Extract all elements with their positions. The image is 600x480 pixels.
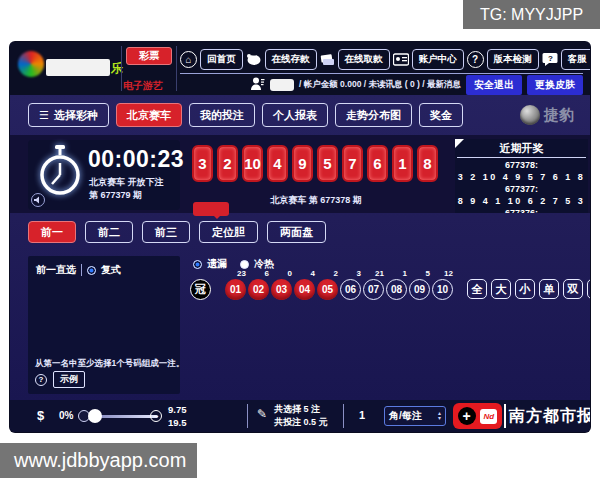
bet-mode-panel: 前一直选 复式 从第一名中至少选择1个号码组成一注。 ? 示例 (28, 256, 180, 394)
miss-value: 1 (403, 269, 407, 279)
home-icon[interactable]: ⌂ (180, 51, 197, 68)
sound-toggle-icon[interactable] (31, 193, 45, 207)
row-label-cell: 冠 (189, 269, 212, 300)
brand-name: 捷豹 (544, 106, 574, 125)
tab-position[interactable]: 定位胆 (199, 221, 258, 243)
game-beijing-racing-button[interactable]: 北京赛车 (116, 103, 182, 127)
quick-all-button[interactable]: 全 (467, 279, 487, 299)
help-circle-icon[interactable]: ? (35, 374, 47, 386)
pick-ball-01[interactable]: 01 (225, 279, 246, 300)
pick-ball-08[interactable]: 08 (386, 279, 407, 300)
pick-ball-09[interactable]: 09 (409, 279, 430, 300)
my-bets-button[interactable]: 我的投注 (189, 103, 255, 127)
pick-ball-03[interactable]: 03 (271, 279, 292, 300)
result-ball: 3 (192, 145, 213, 182)
unit-select[interactable]: 角/每注 ▴▾ (384, 406, 446, 426)
odds-bottom: 19.5 (168, 416, 187, 429)
pick-ball-04[interactable]: 04 (294, 279, 315, 300)
result-caption: 北京赛车 第 677378 期 (192, 194, 440, 207)
pick-ball-02[interactable]: 02 (248, 279, 269, 300)
tooltip-bubble (193, 202, 229, 216)
countdown-timer: 00:00:23 (88, 146, 184, 173)
prize-button[interactable]: 奖金 (419, 103, 463, 127)
nav-home-button[interactable]: 回首页 (200, 49, 243, 70)
miss-value: 12 (444, 269, 453, 279)
nav-account-button[interactable]: 账户中心 (412, 49, 464, 70)
result-ball: 5 (317, 145, 338, 182)
pencil-icon: ✎ (257, 407, 267, 421)
nav-deposit-button[interactable]: 在线存款 (265, 49, 317, 70)
miss-value: 5 (426, 269, 430, 279)
quick-clear-button[interactable]: 清 (587, 279, 590, 299)
plus-icon: + (458, 407, 476, 425)
bet-footer-bar: $ 0% − 9.75 19.5 ✎ 共选择 5 注 共投注 0.5 元 1 角… (10, 400, 590, 432)
tab-lottery[interactable]: 彩票 (126, 47, 172, 65)
tab-first-two[interactable]: 前二 (85, 221, 133, 243)
quick-even-button[interactable]: 双 (563, 279, 583, 299)
mode-radio-icon[interactable] (87, 266, 96, 275)
rebate-slider-handle[interactable] (88, 409, 102, 423)
selected-count: 共选择 5 注 (274, 403, 328, 416)
multiplier-value[interactable]: 1 (359, 409, 365, 421)
nav-service-button[interactable]: 客服 (561, 49, 591, 70)
select-lottery-button[interactable]: ☰ 选择彩种 (28, 103, 109, 127)
account-info: / 帐户金额 0.000 / 未读讯息 ( 0 ) / 最新消息 (299, 79, 461, 91)
bet-summary: 共选择 5 注 共投注 0.5 元 (274, 403, 328, 429)
unit-select-value: 角/每注 (389, 409, 422, 423)
miss-value: 4 (311, 269, 315, 279)
user-info-bar: / 帐户金额 0.000 / 未读讯息 ( 0 ) / 最新消息 安全退出 更换… (250, 77, 583, 93)
quick-small-button[interactable]: 小 (515, 279, 535, 299)
recent-draws-title: 近期开奖 (457, 139, 586, 158)
tab-two-sides[interactable]: 两面盘 (267, 221, 326, 243)
game-nav: ☰ 选择彩种 北京赛车 我的投注 个人报表 走势分布图 奖金 (28, 103, 463, 127)
pick-ball-10[interactable]: 10 (432, 279, 453, 300)
personal-report-button[interactable]: 个人报表 (262, 103, 328, 127)
brand-logo: 捷豹 (520, 105, 574, 125)
miss-value: 0 (288, 269, 292, 279)
divider (81, 264, 82, 276)
stopwatch-icon (33, 143, 87, 201)
miss-value: 21 (375, 269, 384, 279)
rebate-percent: 0% (59, 410, 73, 421)
hotcold-radio-icon[interactable] (240, 260, 249, 269)
tab-first-three[interactable]: 前三 (142, 221, 190, 243)
nav-version-button[interactable]: 版本检测 (487, 49, 539, 70)
add-bet-button[interactable]: + Nd (453, 403, 502, 429)
result-ball: 4 (267, 145, 288, 182)
recent-numbers: 8 9 4 1 10 6 2 7 5 3 (455, 195, 588, 207)
result-ball: 1 (392, 145, 413, 182)
number-picker-row: 冠 2301 602 003 404 205 306 2107 108 509 … (189, 269, 590, 300)
corner-fold-icon (455, 139, 464, 148)
odds-top: 9.75 (168, 403, 187, 416)
countdown-panel: 00:00:23 北京赛车 开放下注 第 677379 期 (28, 140, 180, 210)
logout-button[interactable]: 安全退出 (466, 75, 522, 95)
bet-type-tabs: 前一 前二 前三 定位胆 两面盘 (28, 221, 326, 243)
tab-first-place[interactable]: 前一 (28, 221, 76, 243)
divider (343, 404, 344, 428)
trend-chart-button[interactable]: 走势分布图 (335, 103, 412, 127)
help-icon[interactable]: ? (467, 51, 484, 68)
menu-icon: ☰ (39, 109, 49, 122)
quick-odd-button[interactable]: 单 (539, 279, 559, 299)
divider (121, 46, 122, 91)
header: 乐 彩票 电子游艺 ⌂ 回首页 在线存款 在线取款 账户中心 (10, 42, 590, 95)
chat-icon[interactable]: ? (542, 52, 558, 66)
nav-withdraw-button[interactable]: 在线取款 (338, 49, 390, 70)
miss-value: 2 (334, 269, 338, 279)
site-logo-censored (46, 59, 110, 76)
pick-ball-07[interactable]: 07 (363, 279, 384, 300)
press-logo-icon: Nd (480, 409, 497, 424)
current-period: 第 677379 期 (89, 189, 142, 202)
result-ball: 6 (367, 145, 388, 182)
tab-egames[interactable]: 电子游艺 (123, 79, 163, 93)
divider (504, 404, 506, 428)
pick-ball-06[interactable]: 06 (340, 279, 361, 300)
minus-icon[interactable]: − (150, 410, 162, 422)
change-skin-button[interactable]: 更换皮肤 (527, 75, 583, 95)
pick-ball-05[interactable]: 05 (317, 279, 338, 300)
divider (180, 73, 583, 74)
example-button[interactable]: 示例 (53, 371, 85, 388)
miss-radio-icon[interactable] (193, 260, 202, 269)
quick-big-button[interactable]: 大 (491, 279, 511, 299)
bet-mode-title: 前一直选 (36, 263, 76, 277)
